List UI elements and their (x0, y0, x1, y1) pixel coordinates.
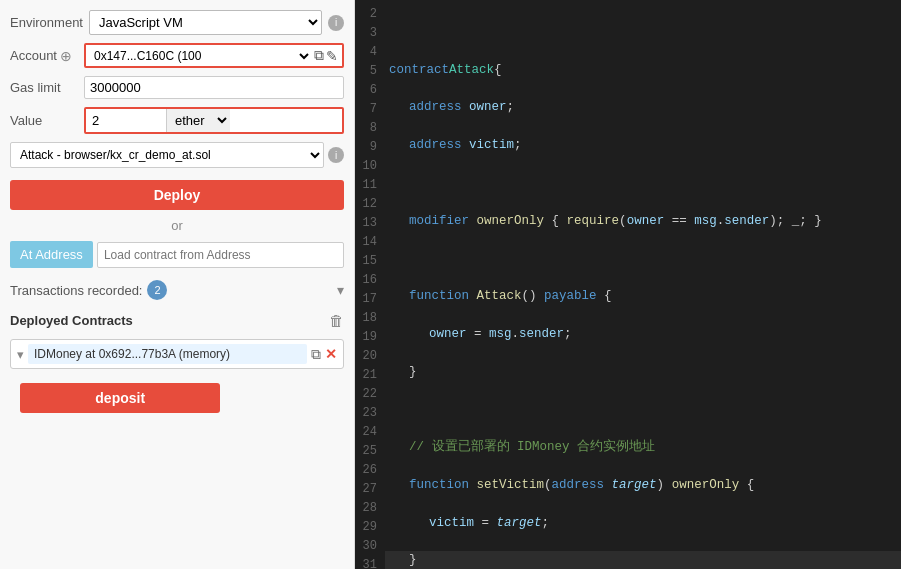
contract-row: Attack - browser/kx_cr_demo_at.sol i (10, 142, 344, 168)
line-numbers: 2 3 4 5 6 7 8 9 10 11 12 13 14 15 16 17 … (355, 0, 385, 569)
account-edit-icon[interactable]: ✎ (326, 48, 338, 64)
code-line (385, 400, 901, 419)
code-editor: 2 3 4 5 6 7 8 9 10 11 12 13 14 15 16 17 … (355, 0, 901, 569)
or-label: or (10, 218, 344, 233)
at-address-input[interactable] (97, 242, 344, 268)
gas-limit-label: Gas limit (10, 80, 78, 95)
account-copy-icon[interactable]: ⧉ (314, 47, 324, 64)
code-area: 2 3 4 5 6 7 8 9 10 11 12 13 14 15 16 17 … (355, 0, 901, 569)
code-line: owner = msg.sender; (385, 325, 901, 344)
value-label: Value (10, 113, 78, 128)
deposit-button[interactable]: deposit (20, 383, 220, 413)
transactions-badge: 2 (147, 280, 167, 300)
at-address-button[interactable]: At Address (10, 241, 93, 268)
contract-info-icon[interactable]: i (328, 147, 344, 163)
code-line (385, 23, 901, 42)
code-line: function setVictim(address target) owner… (385, 476, 901, 495)
transactions-inner: Transactions recorded: 2 (10, 280, 167, 300)
value-input[interactable] (86, 109, 166, 132)
value-row: Value ether wei gwei finney (10, 107, 344, 134)
transactions-row: Transactions recorded: 2 ▾ (10, 280, 344, 300)
left-panel: Environment JavaScript VM i Account ⊕ 0x… (0, 0, 355, 569)
deployed-contracts-label: Deployed Contracts (10, 313, 133, 328)
code-line: } (385, 363, 901, 382)
account-label: Account (10, 48, 57, 63)
value-box: ether wei gwei finney (84, 107, 344, 134)
account-box: 0x147...C160C (100 ⧉ ✎ (84, 43, 344, 68)
contract-item-close-icon[interactable]: ✕ (325, 346, 337, 362)
code-line: modifier ownerOnly { require(owner == ms… (385, 212, 901, 231)
account-plus-icon[interactable]: ⊕ (60, 48, 72, 64)
account-label-area: Account ⊕ (10, 48, 78, 64)
gas-limit-row: Gas limit (10, 76, 344, 99)
environment-row: Environment JavaScript VM i (10, 10, 344, 35)
code-line (385, 249, 901, 268)
deploy-button[interactable]: Deploy (10, 180, 344, 210)
contract-item-copy-icon[interactable]: ⧉ (311, 346, 321, 363)
code-line: address owner; (385, 98, 901, 117)
environment-label: Environment (10, 15, 83, 30)
gas-limit-input[interactable] (84, 76, 344, 99)
code-line: address victim; (385, 136, 901, 155)
code-line: victim = target; (385, 514, 901, 533)
account-row: Account ⊕ 0x147...C160C (100 ⧉ ✎ (10, 43, 344, 68)
transactions-chevron-icon[interactable]: ▾ (337, 282, 344, 298)
deployed-contracts-trash-icon[interactable]: 🗑 (329, 312, 344, 329)
environment-info-icon[interactable]: i (328, 15, 344, 31)
code-line: function Attack() payable { (385, 287, 901, 306)
contract-select[interactable]: Attack - browser/kx_cr_demo_at.sol (10, 142, 324, 168)
account-select[interactable]: 0x147...C160C (100 (90, 48, 312, 64)
code-line: contract Attack { (385, 61, 901, 80)
code-line: // 设置已部署的 IDMoney 合约实例地址 (385, 438, 901, 457)
transactions-label: Transactions recorded: (10, 283, 142, 298)
code-line: } (385, 551, 901, 569)
contract-item-chevron-icon[interactable]: ▾ (17, 347, 24, 362)
at-address-row: At Address (10, 241, 344, 268)
deployed-contract-item: ▾ IDMoney at 0x692...77b3A (memory) ⧉ ✕ (10, 339, 344, 369)
code-line (385, 174, 901, 193)
environment-select[interactable]: JavaScript VM (89, 10, 322, 35)
deployed-contracts-header: Deployed Contracts 🗑 (10, 312, 344, 329)
contract-item-label: IDMoney at 0x692...77b3A (memory) (28, 344, 307, 364)
code-lines: contract Attack { address owner; address… (385, 0, 901, 569)
value-unit-select[interactable]: ether wei gwei finney (166, 109, 230, 132)
